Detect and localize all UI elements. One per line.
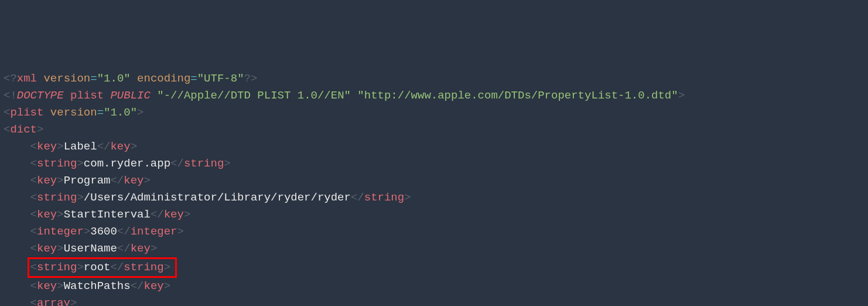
code-line: <string>root</string>: [4, 257, 864, 278]
code-line: <string>/Users/Administrator/Library/ryd…: [4, 189, 864, 206]
tag-key: key: [37, 140, 57, 153]
tag-key-close: key: [164, 208, 184, 221]
tag-array: array: [37, 297, 70, 306]
tag-string-close: string: [184, 157, 224, 170]
text-content: Program: [64, 174, 111, 187]
code-line: <dict>: [4, 121, 864, 138]
code-block: <?xml version="1.0" encoding="UTF-8"?><!…: [4, 70, 864, 306]
attr-value: "1.0": [97, 72, 131, 85]
tag-string: string: [37, 261, 77, 274]
code-line: <array>: [4, 295, 864, 306]
code-line: <key>UserName</key>: [4, 240, 864, 257]
text-content: UserName: [64, 242, 117, 255]
doctype-keyword: PUBLIC: [110, 89, 150, 102]
attr-name: version: [50, 106, 97, 119]
xml-decl: xml: [17, 72, 37, 85]
doctype-fpi: "-//Apple//DTD PLIST 1.0//EN": [157, 89, 351, 102]
tag-integer: integer: [37, 225, 84, 238]
text-content: Label: [64, 140, 97, 153]
text-content: /Users/Administrator/Library/ryder/ryder: [84, 191, 351, 204]
tag-integer-close: integer: [131, 225, 177, 238]
tag-string: string: [37, 157, 77, 170]
doctype-root: plist: [70, 89, 104, 102]
code-line: <?xml version="1.0" encoding="UTF-8"?>: [4, 70, 864, 87]
tag-key: key: [37, 208, 57, 221]
tag-string-close: string: [124, 261, 163, 274]
tag-key: key: [37, 280, 57, 293]
tag-key-close: key: [131, 242, 151, 255]
doctype-uri: "http://www.apple.com/DTDs/PropertyList-…: [357, 89, 678, 102]
text-content: root: [84, 261, 111, 274]
code-line: <key>Label</key>: [4, 138, 864, 155]
text-content: com.ryder.app: [84, 157, 170, 170]
punct: <?: [4, 72, 17, 85]
doctype-keyword: DOCTYPE: [17, 89, 64, 102]
code-line: <!DOCTYPE plist PUBLIC "-//Apple//DTD PL…: [4, 87, 864, 104]
text-content: WatchPaths: [64, 280, 131, 293]
code-line: <integer>3600</integer>: [4, 223, 864, 240]
code-line: <string>com.ryder.app</string>: [4, 155, 864, 172]
tag-open: dict: [10, 123, 37, 136]
tag-key-close: key: [143, 280, 163, 293]
attr-value: "UTF-8": [197, 72, 244, 85]
attr-name: encoding: [137, 72, 190, 85]
tag-key-close: key: [124, 174, 143, 187]
tag-string: string: [37, 191, 77, 204]
text-content: StartInterval: [64, 208, 151, 221]
punct: >: [678, 89, 685, 102]
tag-key: key: [37, 174, 57, 187]
code-line: <key>Program</key>: [4, 172, 864, 189]
highlight-box: <string>root</string>: [28, 257, 177, 278]
code-line: <key>WatchPaths</key>: [4, 278, 864, 295]
tag-string-close: string: [364, 191, 404, 204]
tag-key-close: key: [110, 140, 130, 153]
tag-key: key: [37, 242, 57, 255]
attr-name: version: [43, 72, 90, 85]
code-line: <plist version="1.0">: [4, 104, 864, 121]
punct: <!: [4, 89, 17, 102]
attr-value: "1.0": [104, 106, 137, 119]
code-line: <key>StartInterval</key>: [4, 206, 864, 223]
punct: ?>: [244, 72, 258, 85]
text-content: 3600: [90, 225, 117, 238]
tag-open: plist: [10, 106, 43, 119]
